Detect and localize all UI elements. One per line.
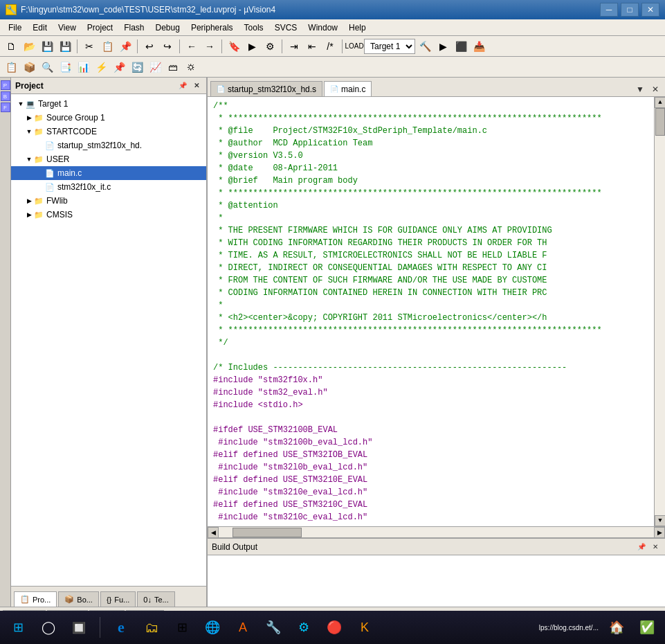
app-icon-2[interactable]: 🔧: [261, 615, 286, 640]
scroll-up-button[interactable]: ▲: [655, 97, 665, 108]
left-icon-1[interactable]: P: [1, 80, 10, 90]
project-tree[interactable]: ▼ 💻 Target 1 ▶ 📁 Source Group 1 ▼ 📁 STAR…: [11, 94, 206, 586]
menu-file[interactable]: File: [3, 21, 27, 34]
toolbar2-btn4[interactable]: 📑: [57, 59, 73, 75]
build-close-button[interactable]: ✕: [650, 542, 661, 553]
app-icon-1[interactable]: A: [230, 615, 255, 640]
toolbar2-btn2[interactable]: 📦: [21, 59, 37, 75]
h-scroll-track[interactable]: [219, 527, 654, 537]
download-button[interactable]: 📥: [471, 38, 487, 55]
toolbar2-btn9[interactable]: 📈: [147, 59, 163, 75]
stop-build-button[interactable]: ⬛: [453, 38, 469, 55]
menu-window[interactable]: Window: [302, 21, 343, 34]
tree-item-startup[interactable]: 📄 startup_stm32f10x_hd.: [11, 138, 206, 152]
tree-item-user[interactable]: ▼ 📁 USER: [11, 152, 206, 166]
settings-button[interactable]: ⚙: [262, 38, 278, 55]
editor-tab-mainc[interactable]: 📄 main.c: [324, 81, 372, 96]
toolbar2-btn7[interactable]: 📌: [111, 59, 127, 75]
menu-edit[interactable]: Edit: [27, 21, 53, 34]
project-close-button[interactable]: ✕: [191, 80, 202, 91]
scroll-down-button[interactable]: ▼: [655, 515, 665, 526]
toolbar2-btn10[interactable]: 🗃: [165, 59, 181, 75]
search-button[interactable]: ◯: [36, 615, 61, 640]
menu-project[interactable]: Project: [82, 21, 118, 34]
debug-button[interactable]: ▶: [244, 38, 260, 55]
app-icon-k[interactable]: K: [352, 615, 377, 640]
outdent-button[interactable]: ⇤: [304, 38, 320, 55]
toolbar2-btn11[interactable]: ⛭: [183, 59, 199, 75]
load-button[interactable]: LOAD: [346, 38, 363, 55]
paste-button[interactable]: 📌: [117, 38, 134, 55]
toolbar2-btn8[interactable]: 🔄: [129, 59, 145, 75]
comment-button[interactable]: /*: [322, 38, 338, 55]
file-explorer-icon[interactable]: 🗂: [139, 615, 164, 640]
maximize-button[interactable]: □: [621, 3, 639, 17]
edge-icon[interactable]: e: [109, 615, 134, 640]
menu-help[interactable]: Help: [343, 21, 372, 34]
left-icon-3[interactable]: F: [1, 102, 10, 112]
tab-dropdown-button[interactable]: ▼: [633, 82, 647, 96]
redo-button[interactable]: ↪: [159, 38, 176, 55]
menu-view[interactable]: View: [53, 21, 82, 34]
scroll-track[interactable]: [655, 108, 665, 515]
tree-item-target1[interactable]: ▼ 💻 Target 1: [11, 97, 206, 111]
task-view-button[interactable]: 🔲: [66, 615, 91, 640]
new-file-button[interactable]: 🗋: [3, 38, 19, 55]
toolbar2-btn1[interactable]: 📋: [3, 59, 19, 75]
bookmark-button[interactable]: 🔖: [226, 38, 242, 55]
target-select[interactable]: Target 1: [364, 39, 415, 54]
h-scroll-left-button[interactable]: ◀: [208, 527, 219, 538]
vertical-scrollbar[interactable]: ▲ ▼: [654, 97, 665, 526]
build-target-button[interactable]: 🔨: [417, 38, 433, 55]
start-button[interactable]: ⊞: [6, 615, 30, 640]
undo-button[interactable]: ↩: [141, 38, 158, 55]
tree-item-fwlib[interactable]: ▶ 📁 FWlib: [11, 194, 206, 208]
tab-close-button[interactable]: ✕: [648, 82, 662, 96]
menubar: File Edit View Project Flash Debug Perip…: [0, 19, 665, 36]
save-all-button[interactable]: 💾: [57, 38, 73, 55]
toolbar2-btn6[interactable]: ⚡: [93, 59, 109, 75]
menu-tools[interactable]: Tools: [239, 21, 269, 34]
proj-tab-project[interactable]: 📋 Pro...: [14, 591, 57, 607]
open-button[interactable]: 📂: [21, 38, 37, 55]
back-button[interactable]: ←: [183, 38, 200, 55]
editor-tab-startup[interactable]: 📄 startup_stm32f10x_hd.s: [210, 81, 322, 96]
menu-peripherals[interactable]: Peripherals: [185, 21, 239, 34]
menu-flash[interactable]: Flash: [118, 21, 149, 34]
tree-item-cmsis[interactable]: ▶ 📁 CMSIS: [11, 208, 206, 222]
tree-item-startcode[interactable]: ▼ 📁 STARTCODE: [11, 125, 206, 138]
browser-icon[interactable]: 🌐: [200, 615, 225, 640]
taskbar-app-extra1[interactable]: 🏠: [604, 615, 629, 640]
tree-item-sourcegroup[interactable]: ▶ 📁 Source Group 1: [11, 111, 206, 125]
build-pin-button[interactable]: 📌: [636, 542, 647, 553]
close-button[interactable]: ✕: [641, 3, 659, 17]
proj-tab-functions[interactable]: {} Fu...: [100, 591, 136, 607]
store-icon[interactable]: ⊞: [170, 615, 194, 640]
menu-debug[interactable]: Debug: [150, 21, 185, 34]
proj-tab-books[interactable]: 📦 Bo...: [58, 591, 99, 607]
menu-svcs[interactable]: SVCS: [269, 21, 303, 34]
toolbar2-btn3[interactable]: 🔍: [39, 59, 55, 75]
tree-item-itc[interactable]: 📄 stm32f10x_it.c: [11, 180, 206, 194]
app-icon-3[interactable]: ⚙: [291, 615, 316, 640]
taskbar-app-extra2[interactable]: ✅: [635, 615, 659, 640]
horizontal-scrollbar[interactable]: ◀ ▶: [208, 526, 665, 537]
indent-button[interactable]: ⇥: [286, 38, 302, 55]
h-scroll-thumb[interactable]: [233, 528, 302, 537]
chrome-icon[interactable]: 🔴: [322, 615, 347, 640]
forward-button[interactable]: →: [201, 38, 218, 55]
translate-button[interactable]: ▶: [435, 38, 451, 55]
project-pin-button[interactable]: 📌: [177, 80, 188, 91]
save-button[interactable]: 💾: [39, 38, 55, 55]
minimize-button[interactable]: ─: [600, 3, 618, 17]
copy-button[interactable]: 📋: [99, 38, 116, 55]
cut-button[interactable]: ✂: [81, 38, 98, 55]
h-scroll-right-button[interactable]: ▶: [654, 527, 665, 538]
left-icon-2[interactable]: B: [1, 91, 10, 101]
tree-item-mainc[interactable]: 📄 main.c: [11, 166, 206, 180]
proj-tab-templates[interactable]: 0↓ Te...: [137, 591, 174, 607]
build-output-label: Build Output: [212, 542, 257, 552]
toolbar2-btn5[interactable]: 📊: [75, 59, 91, 75]
scroll-thumb[interactable]: [655, 108, 665, 136]
code-scroll-area[interactable]: /** * **********************************…: [208, 97, 654, 526]
